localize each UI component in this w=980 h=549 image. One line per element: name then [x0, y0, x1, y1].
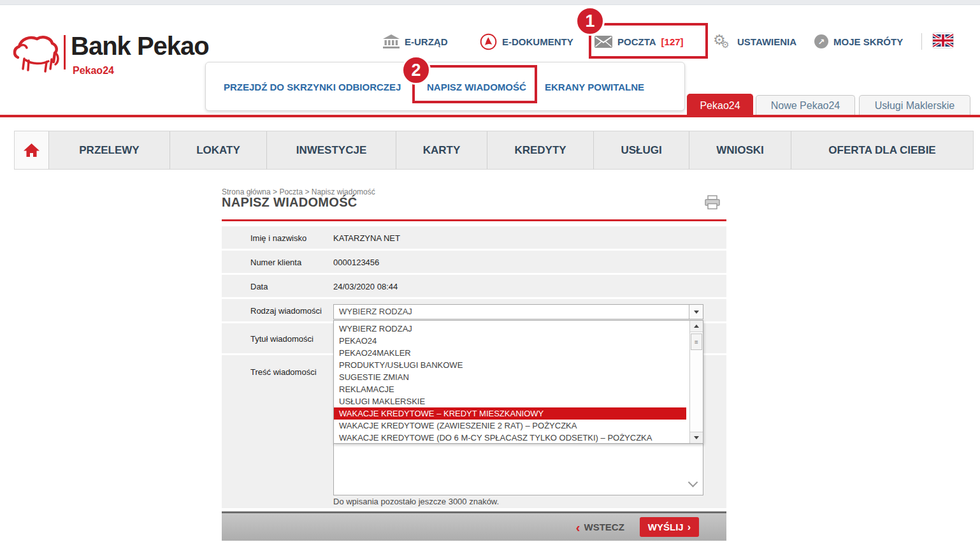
top-nav-label: POCZTA: [617, 36, 656, 47]
home-nav-button[interactable]: [15, 131, 48, 169]
field-value: 24/03/2020 08:44: [333, 281, 398, 291]
option-produkty-uslugi-bankowe[interactable]: PRODUKTY/USŁUGI BANKOWE: [334, 359, 686, 371]
message-type-options-list: WYBIERZ RODZAJ PEKAO24 PEKAO24MAKLER PRO…: [333, 320, 703, 444]
top-nav-poczta[interactable]: POCZTA [127]: [594, 32, 684, 51]
title-red-line: [222, 219, 726, 221]
poczta-submenu: PRZEJDŹ DO SKRZYNKI ODBIORCZEJ NAPISZ WI…: [205, 62, 685, 111]
chevron-down-icon: [694, 311, 699, 314]
scroll-up-button[interactable]: [690, 321, 703, 332]
submenu-item-napisz-wiadomosc[interactable]: NAPISZ WIADOMOŚĆ: [427, 81, 526, 92]
option-pekao24makler[interactable]: PEKAO24MAKLER: [334, 347, 686, 359]
select-value: WYBIERZ RODZAJ: [339, 305, 412, 319]
dropdown-scrollbar[interactable]: ≡: [689, 321, 703, 443]
tab-uslugi-maklerskie[interactable]: Usługi Maklerskie: [859, 95, 970, 115]
top-nav-label: E-URZĄD: [405, 36, 448, 47]
back-label: WSTECZ: [584, 522, 624, 532]
form-row-client-number: Numer klienta 0000123456: [222, 251, 726, 273]
submenu-item-skrzynka[interactable]: PRZEJDŹ DO SKRZYNKI ODBIORCZEJ: [224, 81, 401, 92]
bison-logo-icon: [9, 33, 62, 74]
option-pekao24[interactable]: PEKAO24: [334, 335, 686, 347]
bank-icon: [383, 34, 400, 48]
page-title: NAPISZ WIADOMOŚĆ: [222, 195, 357, 210]
logo-title: Bank Pekao: [71, 32, 209, 61]
print-button[interactable]: [705, 195, 720, 212]
tab-nowe-pekao24[interactable]: Nowe Pekao24: [756, 95, 855, 115]
form-row-name: Imię i nazwisko KATARZYNA NET: [222, 226, 726, 249]
logo-divider: [64, 35, 66, 70]
field-label: Imię i nazwisko: [250, 233, 306, 242]
field-value: 0000123456: [333, 257, 379, 267]
shortcut-arrow-icon: ↗: [814, 34, 828, 48]
home-icon: [23, 142, 40, 158]
triangle-up-icon: [694, 325, 699, 328]
top-strip: [0, 0, 980, 5]
pekao24-page: Bank Pekao Pekao24 E-URZĄD E-DOKUMENTY P…: [0, 0, 980, 549]
nav-item-lokaty[interactable]: LOKATY: [169, 131, 266, 169]
gears-icon: ⚙⚙: [713, 33, 732, 50]
nav-item-karty[interactable]: KARTY: [396, 131, 487, 169]
english-language-flag-icon[interactable]: [933, 33, 953, 48]
form-footer-bar: ‹ WSTECZ WYŚLIJ ›: [222, 511, 726, 541]
top-nav-ustawienia[interactable]: ⚙⚙ USTAWIENIA: [713, 32, 796, 51]
field-label: Rodzaj wiadomości: [250, 305, 322, 315]
main-nav: PRZELEWY LOKATY INWESTYCJE KARTY KREDYTY…: [14, 131, 974, 170]
option-uslugi-maklerskie[interactable]: USŁUGI MAKLERSKIE: [334, 395, 686, 407]
option-sugestie-zmian[interactable]: SUGESTIE ZMIAN: [334, 371, 686, 383]
field-value: KATARZYNA NET: [333, 233, 400, 242]
message-type-select[interactable]: WYBIERZ RODZAJ: [333, 304, 703, 319]
nav-item-oferta-dla-ciebie[interactable]: OFERTA DLA CIEBIE: [791, 131, 973, 169]
chevron-down-icon: [688, 478, 698, 488]
top-nav-label: MOJE SKRÓTY: [833, 36, 903, 47]
scrollbar-thumb[interactable]: ≡: [691, 333, 702, 350]
top-nav-label: E-DOKUMENTY: [502, 36, 573, 47]
unread-count-badge: [127]: [661, 36, 684, 47]
scroll-down-button[interactable]: [690, 432, 703, 443]
char-counter: Do wpisania pozostało jeszcze 3000 znakó…: [333, 497, 499, 506]
option-wakacje-kredytowe-mieszkaniowy[interactable]: WAKACJE KREDYTOWE – KREDYT MIESZKANIOWY: [334, 407, 686, 420]
tab-pekao24[interactable]: Pekao24: [687, 94, 753, 117]
field-label: Treść wiadomości: [250, 367, 317, 377]
top-nav-e-urzad[interactable]: E-URZĄD: [383, 32, 448, 51]
top-nav-e-dokumenty[interactable]: E-DOKUMENTY: [480, 32, 573, 51]
header-red-line: [0, 115, 980, 117]
nav-item-wnioski[interactable]: WNIOSKI: [689, 131, 791, 169]
option-wakacje-kredytowe-odsetki[interactable]: WAKACJE KREDYTOWE (DO 6 M-CY SPŁACASZ TY…: [334, 432, 686, 444]
nav-item-inwestycje[interactable]: INWESTYCJE: [266, 131, 396, 169]
nav-item-przelewy[interactable]: PRZELEWY: [48, 131, 169, 169]
printer-icon: [705, 195, 720, 210]
send-button[interactable]: WYŚLIJ ›: [640, 517, 699, 537]
field-label: Data: [250, 281, 268, 291]
top-nav-moje-skroty[interactable]: ↗ MOJE SKRÓTY: [814, 32, 903, 51]
triangle-down-icon: [694, 436, 699, 439]
send-label: WYŚLIJ: [648, 522, 684, 532]
field-label: Numer klienta: [250, 257, 301, 267]
pdf-icon: [480, 33, 497, 50]
back-button[interactable]: ‹ WSTECZ: [576, 521, 624, 534]
logo-subtitle: Pekao24: [73, 65, 114, 77]
option-wakacje-kredytowe-zawieszenie[interactable]: WAKACJE KREDYTOWE (ZAWIESZENIE 2 RAT) – …: [334, 420, 686, 432]
option-wybierz-rodzaj[interactable]: WYBIERZ RODZAJ: [334, 323, 686, 335]
top-nav-divider: [921, 33, 922, 50]
form-row-date: Data 24/03/2020 08:44: [222, 275, 726, 297]
option-reklamacje[interactable]: REKLAMACJE: [334, 383, 686, 395]
submenu-item-ekrany-powitalne[interactable]: EKRANY POWITALNE: [545, 81, 644, 92]
envelope-icon: [594, 36, 612, 48]
nav-item-uslugi[interactable]: USŁUGI: [593, 131, 689, 169]
nav-item-kredyty[interactable]: KREDYTY: [487, 131, 593, 169]
top-nav-label: USTAWIENIA: [737, 36, 796, 47]
field-label: Tytuł wiadomości: [250, 333, 313, 343]
chevron-right-icon: ›: [688, 522, 691, 532]
chevron-left-icon: ‹: [576, 521, 580, 534]
select-dropdown-button[interactable]: [689, 305, 703, 319]
